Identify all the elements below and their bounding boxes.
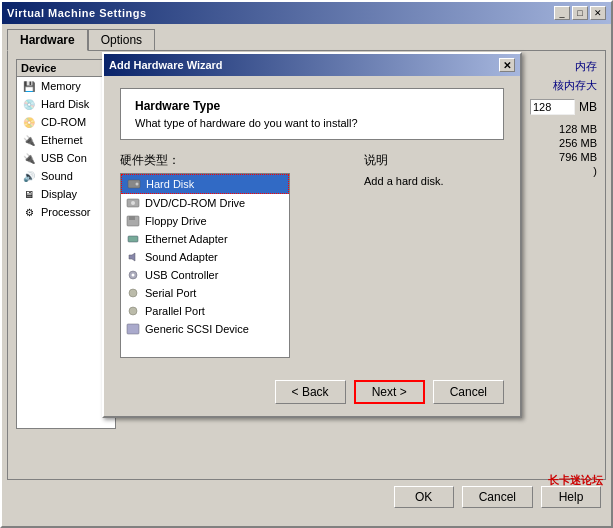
hw-usb-icon [125,268,141,282]
device-item-usb[interactable]: 🔌 USB Con [17,149,115,167]
device-label-processor: Processor [41,206,91,218]
hw-serial-icon [125,286,141,300]
hw-item-ethernet[interactable]: Ethernet Adapter [121,230,289,248]
wizard-main: 硬件类型： Hard Disk DVD/CD-ROM D [120,152,504,358]
device-panel-header: Device [17,60,115,77]
hw-label-serial: Serial Port [145,287,196,299]
hw-item-dvd[interactable]: DVD/CD-ROM Drive [121,194,289,212]
hw-label-sound: Sound Adapter [145,251,218,263]
hw-label-parallel: Parallel Port [145,305,205,317]
hw-scsi-icon [125,322,141,336]
svg-point-3 [131,201,135,205]
tab-options[interactable]: Options [88,29,155,51]
maximize-button[interactable]: □ [572,6,588,20]
vm-ok-button[interactable]: OK [394,486,454,508]
wizard-header-desc: What type of hardware do you want to ins… [135,117,489,129]
mem-opt-extra: ) [593,165,597,177]
device-item-cdrom[interactable]: 📀 CD-ROM [17,113,115,131]
watermark: 长卡迷论坛 [548,473,603,488]
hw-label-harddisk: Hard Disk [146,178,194,190]
device-label-harddisk: Hard Disk [41,98,89,110]
memory-icon: 💾 [21,79,37,93]
wizard-back-button[interactable]: < Back [275,380,346,404]
hw-item-serial[interactable]: Serial Port [121,284,289,302]
hw-floppy-icon [125,214,141,228]
desc-text: Add a hard disk. [364,175,504,187]
vm-title: Virtual Machine Settings [7,7,147,19]
wizard-titlebar: Add Hardware Wizard ✕ [104,54,520,76]
device-panel: Device 💾 Memory 💿 Hard Disk 📀 CD-ROM 🔌 E… [16,59,116,429]
svg-rect-6 [128,236,138,242]
device-label-ethernet: Ethernet [41,134,83,146]
wizard-cancel-button[interactable]: Cancel [433,380,504,404]
hw-harddisk-icon [126,177,142,191]
close-button[interactable]: ✕ [590,6,606,20]
device-label-memory: Memory [41,80,81,92]
mem-opt-796: 796 MB [559,151,597,163]
wizard-body: Hardware Type What type of hardware do y… [104,76,520,370]
desc-label: 说明 [364,152,504,169]
wizard-dialog: Add Hardware Wizard ✕ Hardware Type What… [102,52,522,418]
svg-marker-7 [129,253,135,261]
device-label-display: Display [41,188,77,200]
memory-spin-input[interactable] [530,99,575,115]
vm-titlebar-buttons: _ □ ✕ [554,6,606,20]
hardware-list: Hard Disk DVD/CD-ROM Drive [120,173,290,358]
svg-point-10 [129,289,137,297]
processor-icon: ⚙ [21,205,37,219]
device-item-harddisk[interactable]: 💿 Hard Disk [17,95,115,113]
vm-help-button[interactable]: Help [541,486,601,508]
usb-icon: 🔌 [21,151,37,165]
display-icon: 🖥 [21,187,37,201]
hw-label-floppy: Floppy Drive [145,215,207,227]
memory-unit: MB [579,100,597,114]
device-item-processor[interactable]: ⚙ Processor [17,203,115,221]
cdrom-icon: 📀 [21,115,37,129]
guest-size-label: 核内存大 [553,78,597,93]
hw-label-scsi: Generic SCSI Device [145,323,249,335]
svg-point-11 [129,307,137,315]
hardware-list-section: 硬件类型： Hard Disk DVD/CD-ROM D [120,152,348,358]
sound-icon: 🔊 [21,169,37,183]
device-label-cdrom: CD-ROM [41,116,86,128]
wizard-close-button[interactable]: ✕ [499,58,515,72]
hw-item-floppy[interactable]: Floppy Drive [121,212,289,230]
hw-item-usb[interactable]: USB Controller [121,266,289,284]
svg-rect-12 [127,324,139,334]
description-section: 说明 Add a hard disk. [364,152,504,358]
hw-label-dvd: DVD/CD-ROM Drive [145,197,245,209]
hw-sound-icon [125,250,141,264]
device-item-sound[interactable]: 🔊 Sound [17,167,115,185]
tab-bar: Hardware Options [2,24,611,50]
svg-point-1 [136,183,139,186]
svg-rect-5 [129,216,135,220]
minimize-button[interactable]: _ [554,6,570,20]
tab-hardware[interactable]: Hardware [7,29,88,51]
vm-titlebar: Virtual Machine Settings _ □ ✕ [2,2,611,24]
hw-item-harddisk[interactable]: Hard Disk [121,174,289,194]
vm-footer: OK Cancel Help [2,480,611,514]
vm-settings-window: Virtual Machine Settings _ □ ✕ Hardware … [0,0,613,528]
ethernet-icon: 🔌 [21,133,37,147]
wizard-title: Add Hardware Wizard [109,59,223,71]
hw-item-scsi[interactable]: Generic SCSI Device [121,320,289,338]
hw-dvd-icon [125,196,141,210]
hw-label-usb: USB Controller [145,269,218,281]
device-item-display[interactable]: 🖥 Display [17,185,115,203]
vm-cancel-button[interactable]: Cancel [462,486,533,508]
hw-ethernet-icon [125,232,141,246]
svg-point-9 [132,274,135,277]
mem-opt-128: 128 MB [559,123,597,135]
wizard-header-title: Hardware Type [135,99,489,113]
hw-item-sound[interactable]: Sound Adapter [121,248,289,266]
device-label-usb: USB Con [41,152,87,164]
device-item-memory[interactable]: 💾 Memory [17,77,115,95]
hardware-list-label: 硬件类型： [120,152,348,169]
device-item-ethernet[interactable]: 🔌 Ethernet [17,131,115,149]
harddisk-icon: 💿 [21,97,37,111]
mem-opt-256: 256 MB [559,137,597,149]
wizard-footer: < Back Next > Cancel [104,370,520,416]
hw-label-ethernet: Ethernet Adapter [145,233,228,245]
wizard-next-button[interactable]: Next > [354,380,425,404]
hw-item-parallel[interactable]: Parallel Port [121,302,289,320]
